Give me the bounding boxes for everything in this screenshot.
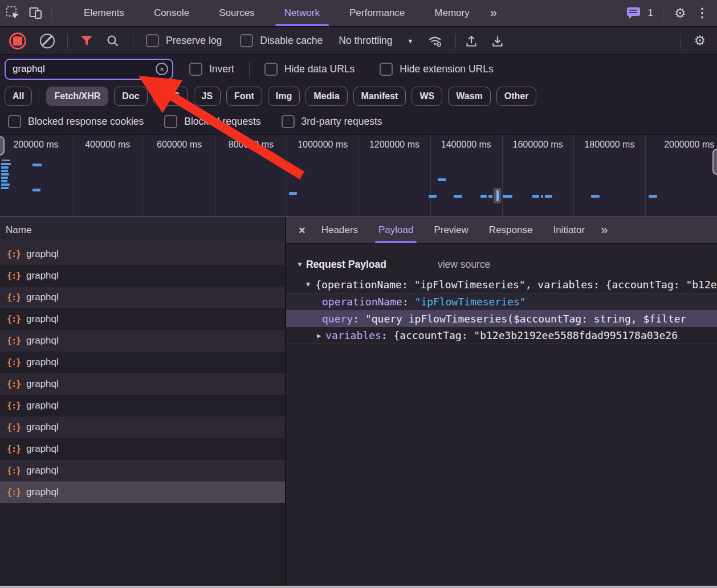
table-row[interactable]: {:}graphql [0, 481, 285, 503]
table-row[interactable]: {:}graphql [0, 308, 285, 330]
payload-entry-operationName[interactable]: operationName: "ipFlowTimeseries" [286, 293, 717, 310]
timeline-request-bar [591, 195, 600, 198]
chip-other[interactable]: Other [496, 87, 537, 106]
request-name: graphql [26, 465, 59, 476]
chip-manifest[interactable]: Manifest [353, 87, 406, 106]
checkbox-box[interactable] [380, 63, 393, 76]
triangle-down-icon[interactable]: ▼ [306, 280, 310, 288]
more-details-tabs-icon[interactable]: » [595, 217, 613, 243]
chip-fetch-xhr[interactable]: Fetch/XHR [46, 87, 108, 106]
timeline-request-bar [2, 160, 10, 161]
table-row[interactable]: {:}graphql [0, 416, 285, 438]
chip-css[interactable]: CSS [153, 87, 188, 106]
chip-wasm[interactable]: Wasm [448, 87, 491, 106]
preserve-log-checkbox[interactable]: Preserve log [146, 34, 222, 47]
triangle-down-icon[interactable]: ▼ [296, 260, 303, 268]
timeline-request-bar [545, 195, 552, 198]
payload-value: "query ipFlowTimeseries($accountTag: str… [365, 313, 687, 325]
network-overview-timeline[interactable]: 200000 ms400000 ms600000 ms800000 ms1000… [0, 134, 717, 217]
export-har-icon[interactable] [491, 35, 504, 47]
checkbox-box[interactable] [264, 63, 278, 76]
requests-table: Name {:}graphql{:}graphql{:}graphql{:}gr… [0, 217, 285, 586]
chip-media[interactable]: Media [305, 87, 347, 106]
blocked-requests-checkbox[interactable]: Blocked requests [164, 115, 260, 128]
checkbox-box[interactable] [164, 115, 177, 128]
table-row[interactable]: {:}graphql [0, 287, 285, 308]
table-row[interactable]: {:}graphql [0, 265, 285, 287]
console-messages-icon[interactable] [626, 7, 642, 20]
more-options-icon[interactable] [701, 12, 704, 15]
chip-js[interactable]: JS [194, 87, 221, 106]
network-conditions-icon[interactable] [428, 35, 443, 47]
device-toolbar-icon[interactable] [28, 6, 43, 20]
tab-elements[interactable]: Elements [69, 0, 139, 26]
view-source-link[interactable]: view source [438, 259, 490, 271]
table-row[interactable]: {:}graphql [0, 460, 285, 481]
timeline-request-bar [1, 166, 9, 169]
table-row[interactable]: {:}graphql [0, 395, 285, 416]
details-tab-headers[interactable]: Headers [311, 217, 368, 243]
filter-input[interactable] [6, 63, 156, 75]
table-row[interactable]: {:}graphql [0, 438, 285, 460]
filter-funnel-icon[interactable] [80, 35, 93, 46]
payload-summary-row[interactable]: ▼{operationName: "ipFlowTimeseries", var… [286, 276, 717, 293]
details-tab-preview[interactable]: Preview [423, 217, 478, 243]
filter-input-box[interactable]: × [5, 59, 173, 80]
tab-sources[interactable]: Sources [204, 0, 269, 26]
checkbox-box[interactable] [8, 115, 21, 128]
payload-entry-query[interactable]: query: "query ipFlowTimeseries($accountT… [286, 310, 717, 327]
hide-extension-urls-checkbox[interactable]: Hide extension URLs [380, 63, 493, 76]
search-icon[interactable] [107, 35, 119, 47]
checkbox-box[interactable] [146, 34, 159, 47]
chip-all[interactable]: All [5, 87, 32, 106]
import-har-icon[interactable] [465, 35, 478, 47]
table-row[interactable]: {:}graphql [0, 243, 285, 265]
disable-cache-checkbox[interactable]: Disable cache [240, 34, 323, 47]
details-tab-initiator[interactable]: Initiator [543, 217, 595, 243]
checkbox-box[interactable] [240, 34, 253, 47]
invert-checkbox[interactable]: Invert [189, 63, 234, 76]
close-icon[interactable]: × [299, 224, 305, 237]
details-tab-payload[interactable]: Payload [368, 217, 423, 243]
chip-doc[interactable]: Doc [114, 87, 147, 106]
inspect-element-icon[interactable] [6, 6, 21, 21]
overview-right-handle[interactable] [712, 149, 717, 175]
json-request-icon: {:} [7, 379, 21, 389]
chip-font[interactable]: Font [226, 87, 262, 106]
more-tabs-icon[interactable]: » [484, 0, 503, 26]
name-column-header[interactable]: Name [0, 217, 285, 243]
request-payload-section-header[interactable]: ▼ Request Payload view source [286, 253, 717, 276]
record-network-log-button[interactable] [9, 32, 26, 50]
json-request-icon: {:} [7, 401, 21, 411]
tab-console[interactable]: Console [139, 0, 204, 26]
timeline-request-bar [429, 195, 437, 198]
hide-data-urls-checkbox[interactable]: Hide data URLs [264, 63, 355, 76]
throttling-dropdown[interactable]: No throttling [339, 35, 392, 47]
details-tab-response[interactable]: Response [479, 217, 543, 243]
table-row[interactable]: {:}graphql [0, 373, 285, 395]
chip-ws[interactable]: WS [412, 87, 442, 106]
payload-entry-variables[interactable]: ▶variables: {accountTag: "b12e3b2192ee55… [286, 327, 717, 344]
table-row[interactable]: {:}graphql [0, 352, 285, 373]
table-row[interactable]: {:}graphql [0, 330, 285, 352]
blocked-response-cookies-checkbox[interactable]: Blocked response cookies [8, 115, 144, 128]
tab-memory[interactable]: Memory [419, 0, 484, 26]
settings-gear-icon[interactable]: ⚙ [674, 7, 686, 20]
tab-network[interactable]: Network [270, 0, 335, 26]
request-name: graphql [26, 335, 59, 346]
checkbox-box[interactable] [189, 63, 202, 76]
chip-divider [39, 89, 39, 104]
chevron-down-icon[interactable]: ▼ [408, 38, 414, 44]
triangle-right-icon[interactable]: ▶ [317, 332, 321, 340]
timeline-request-bar [1, 177, 8, 179]
tab-performance[interactable]: Performance [335, 0, 419, 26]
timeline-tick-label: 400000 ms [72, 140, 144, 150]
clear-network-log-button[interactable] [40, 34, 55, 48]
clear-filter-icon[interactable]: × [156, 63, 168, 75]
checkbox-box[interactable] [282, 115, 295, 128]
main-tab-bar-tabs: ElementsConsoleSourcesNetworkPerformance… [69, 0, 484, 27]
third-party-requests-checkbox[interactable]: 3rd-party requests [282, 115, 382, 128]
chip-img[interactable]: Img [268, 87, 300, 106]
json-request-icon: {:} [7, 357, 21, 368]
network-settings-gear-icon[interactable]: ⚙ [694, 34, 706, 47]
